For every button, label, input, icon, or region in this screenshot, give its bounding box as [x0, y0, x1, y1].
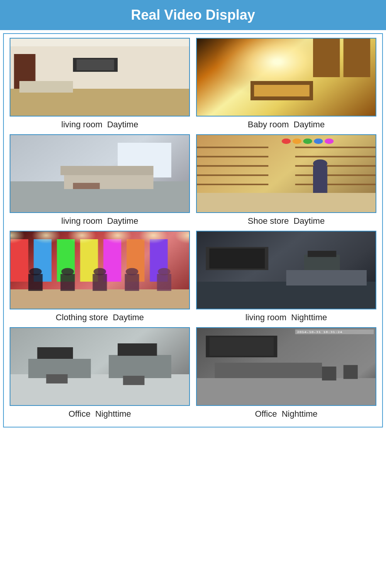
- scene-canvas-living-room-2: [10, 135, 189, 212]
- caption-time: Nighttime: [282, 409, 318, 419]
- image-box-office-night-2: [196, 327, 376, 406]
- caption-office-night-2: Office Nighttime: [255, 409, 317, 419]
- scene-canvas-living-room-night: [197, 231, 376, 309]
- caption-place: Baby room: [248, 120, 289, 129]
- video-cell-clothing-store: Clothing store Daytime: [10, 231, 190, 323]
- video-cell-office-night-2: Office Nighttime: [196, 327, 376, 419]
- caption-place: living room: [245, 313, 286, 322]
- caption-time: Daytime: [107, 216, 138, 226]
- video-cell-living-room-2: living room Daytime: [10, 134, 190, 226]
- caption-place: living room: [61, 120, 102, 129]
- caption-place: Office: [68, 409, 90, 419]
- image-box-clothing-store: [10, 231, 190, 309]
- caption-baby-room: Baby room Daytime: [248, 120, 325, 130]
- caption-place: living room: [61, 216, 102, 226]
- caption-time: Daytime: [293, 120, 325, 129]
- scene-canvas-baby-room: [197, 39, 376, 116]
- caption-place: Shoe store: [248, 216, 289, 226]
- image-box-baby-room: [196, 38, 376, 117]
- image-box-office-night-1: [10, 327, 190, 406]
- caption-living-room-2: living room Daytime: [61, 216, 138, 226]
- scene-canvas-living-room-1: [10, 39, 189, 116]
- image-box-living-room-2: [10, 134, 190, 213]
- video-cell-living-room-night: living room Nighttime: [196, 231, 376, 323]
- image-box-living-room-night: [196, 231, 376, 309]
- scene-canvas-clothing-store: [10, 231, 189, 309]
- video-cell-living-room-1: living room Daytime: [10, 38, 190, 130]
- caption-time: Daytime: [113, 313, 144, 322]
- caption-time: Nighttime: [291, 313, 327, 322]
- scene-canvas-shoe-store: [197, 135, 376, 212]
- caption-shoe-store: Shoe store Daytime: [248, 216, 325, 226]
- video-grid: living room DaytimeBaby room Daytimelivi…: [10, 38, 376, 419]
- caption-living-room-night: living room Nighttime: [245, 313, 327, 323]
- video-cell-office-night-1: Office Nighttime: [10, 327, 190, 419]
- caption-time: Daytime: [107, 120, 138, 129]
- video-cell-shoe-store: Shoe store Daytime: [196, 134, 376, 226]
- image-box-shoe-store: [196, 134, 376, 213]
- scene-canvas-office-night-2: [197, 328, 376, 405]
- caption-office-night-1: Office Nighttime: [68, 409, 131, 419]
- video-cell-baby-room: Baby room Daytime: [196, 38, 376, 130]
- header-title: Real Video Display: [131, 7, 255, 23]
- grid-container: living room DaytimeBaby room Daytimelivi…: [3, 33, 383, 427]
- caption-time: Nighttime: [95, 409, 131, 419]
- caption-place: Office: [255, 409, 277, 419]
- caption-living-room-1: living room Daytime: [61, 120, 138, 130]
- header: Real Video Display: [0, 0, 386, 30]
- caption-clothing-store: Clothing store Daytime: [56, 313, 144, 323]
- caption-place: Clothing store: [56, 313, 108, 322]
- scene-canvas-office-night-1: [10, 328, 189, 405]
- caption-time: Daytime: [293, 216, 325, 226]
- image-box-living-room-1: [10, 38, 190, 117]
